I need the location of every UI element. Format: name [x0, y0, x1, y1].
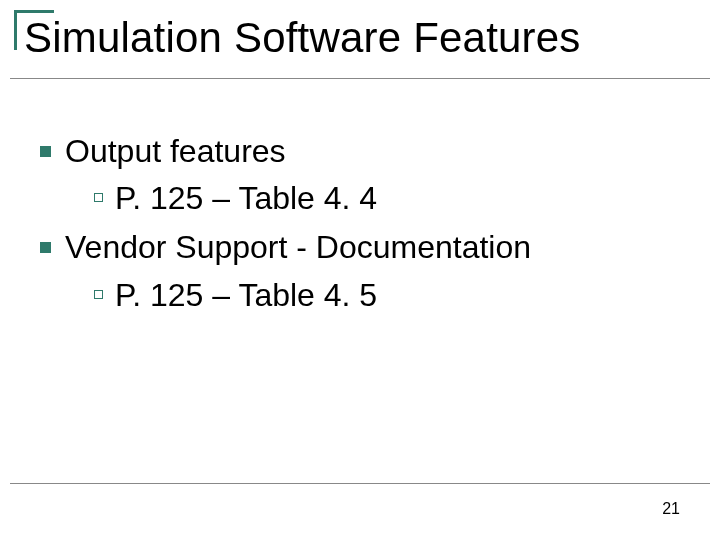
- list-subitem-label: P. 125 – Table 4. 5: [115, 274, 377, 317]
- square-outline-bullet-icon: [94, 290, 103, 299]
- bottom-rule: [10, 483, 710, 484]
- list-item-label: Output features: [65, 130, 286, 173]
- list-item: Output features: [40, 130, 690, 173]
- list-item: Vendor Support - Documentation: [40, 226, 690, 269]
- slide: Simulation Software Features Output feat…: [0, 0, 720, 540]
- list-item-label: Vendor Support - Documentation: [65, 226, 531, 269]
- title-underline: [10, 78, 710, 79]
- list-subitem-label: P. 125 – Table 4. 4: [115, 177, 377, 220]
- square-outline-bullet-icon: [94, 193, 103, 202]
- square-bullet-icon: [40, 146, 51, 157]
- list-subitem: P. 125 – Table 4. 4: [94, 177, 690, 220]
- content-area: Output features P. 125 – Table 4. 4 Vend…: [40, 130, 690, 323]
- list-subitem: P. 125 – Table 4. 5: [94, 274, 690, 317]
- page-number: 21: [662, 500, 680, 518]
- square-bullet-icon: [40, 242, 51, 253]
- slide-title: Simulation Software Features: [24, 14, 710, 62]
